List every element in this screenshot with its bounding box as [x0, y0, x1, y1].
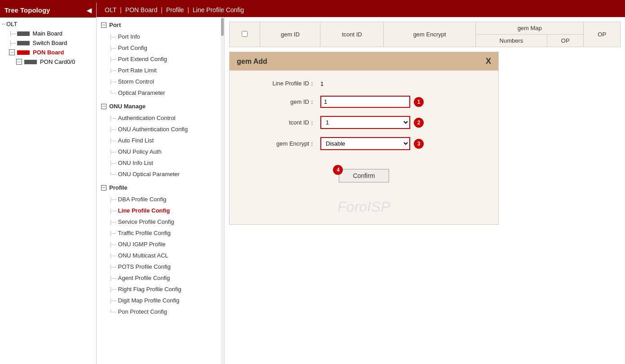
board-icon-pon-card: [24, 60, 37, 64]
tree-label-switch-board: Switch Board: [33, 40, 67, 46]
tree-label-main-board: Main Board: [33, 30, 62, 37]
form-row-gem-encrypt: gem Encrypt： Disable Enable 3: [243, 137, 485, 150]
nav-item-port-rate-limit[interactable]: ├─ Port Rate Limit: [97, 65, 224, 76]
confirm-button[interactable]: 4 Confirm: [339, 169, 389, 182]
nav-item-onu-policy-auth[interactable]: ├─ ONU Policy Auth: [97, 146, 224, 157]
nav-item-port-config[interactable]: ├─ Port Config: [97, 42, 224, 53]
data-table: gem ID tcont ID gem Encrypt gem Map OP N…: [229, 22, 621, 47]
table-header-checkbox: [230, 22, 260, 47]
modal-header: gem Add X: [230, 52, 498, 71]
modal-overlay: gem Add X Line Profile ID： 1 gem ID: [229, 52, 621, 225]
nav-item-line-profile[interactable]: ├─ Line Profile Config: [97, 205, 224, 216]
indent-line: ├─: [109, 34, 116, 40]
nav-item-traffic-profile[interactable]: ├─ Traffic Profile Config: [97, 227, 224, 239]
table-header-gem-id: gem ID: [260, 22, 320, 47]
indent-line: ├─: [109, 219, 116, 225]
tree-line-2: ├─: [9, 40, 16, 46]
indent-line: ├─: [109, 160, 116, 166]
indent-line: └─: [109, 172, 116, 177]
nav-section-onu-manage: ─ ONU Manage ├─ Authentication Control ├…: [97, 100, 224, 180]
sidebar-collapse-icon[interactable]: ◀: [87, 7, 92, 14]
main-layout: Tree Topology ◀ ─ OLT ├─ Main Board ├─ S…: [0, 3, 625, 364]
indent-line: └─: [109, 90, 116, 96]
nav-item-auth-control[interactable]: ├─ Authentication Control: [97, 112, 224, 124]
select-all-checkbox[interactable]: [242, 31, 248, 37]
select-tcont-id[interactable]: 1 2 3 4: [320, 116, 410, 129]
step-badge-2: 2: [414, 118, 424, 128]
nav-item-port-extend-config[interactable]: ├─ Port Extend Config: [97, 53, 224, 65]
select-gem-encrypt[interactable]: Disable Enable: [320, 137, 410, 150]
indent-line: ├─: [109, 149, 116, 155]
nav-item-optical-parameter[interactable]: └─ Optical Parameter: [97, 87, 224, 98]
nav-item-port-info[interactable]: ├─ Port Info: [97, 31, 224, 42]
tree-item-main-board[interactable]: ├─ Main Board: [0, 29, 96, 38]
nav-item-digit-map-profile[interactable]: ├─ Digit Map Profile Config: [97, 295, 224, 306]
form-control-gem-encrypt: Disable Enable: [320, 137, 410, 150]
nav-item-dba-profile[interactable]: ├─ DBA Profile Config: [97, 194, 224, 205]
nav-item-onu-igmp-profile[interactable]: ├─ ONU IGMP Profile: [97, 239, 224, 250]
nav-item-service-profile[interactable]: ├─ Service Profile Config: [97, 216, 224, 227]
nav-item-right-flag-profile[interactable]: ├─ Right Flag Profile Config: [97, 284, 224, 295]
nav-item-onu-info-list[interactable]: ├─ ONU Info List: [97, 157, 224, 169]
breadcrumb-profile: Profile: [166, 6, 184, 13]
tree-item-olt[interactable]: ─ OLT: [0, 19, 96, 29]
tree-label-olt: OLT: [6, 21, 17, 27]
nav-scroll-thumb[interactable]: [221, 18, 224, 36]
input-gem-id[interactable]: [320, 96, 410, 108]
label-tcont-id: tcont ID：: [243, 119, 315, 127]
form-row-tcont-id: tcont ID： 1 2 3 4 2: [243, 116, 485, 129]
nav-item-auto-find-list[interactable]: ├─ Auto Find List: [97, 135, 224, 146]
indent-line: ├─: [109, 242, 116, 247]
nav-panel: ─ Port ├─ Port Info ├─ Port Config ├─ Po…: [97, 17, 225, 364]
nav-section-label-port: Port: [109, 22, 121, 28]
nav-section-header-profile[interactable]: ─ Profile: [97, 182, 224, 194]
nav-scrollbar[interactable]: [221, 17, 224, 364]
breadcrumb-sep-3: |: [186, 6, 191, 13]
breadcrumb-pon-board: PON Board: [125, 6, 158, 13]
indent-line: ├─: [109, 57, 116, 62]
label-gem-encrypt: gem Encrypt：: [243, 140, 315, 148]
nav-section-label-onu-manage: ONU Manage: [109, 103, 146, 110]
modal-close-button[interactable]: X: [486, 57, 491, 66]
form-control-gem-id: [320, 96, 410, 108]
tree-expand-pon: ─: [9, 49, 15, 55]
main-content: gem ID tcont ID gem Encrypt gem Map OP N…: [225, 17, 625, 364]
nav-item-pon-protect-config[interactable]: └─ Pon Protect Config: [97, 306, 224, 317]
nav-section-header-port[interactable]: ─ Port: [97, 19, 224, 31]
modal-wrap: 4 Confirm: [339, 169, 389, 182]
label-gem-id: gem ID：: [243, 98, 315, 106]
nav-section-port: ─ Port ├─ Port Info ├─ Port Config ├─ Po…: [97, 19, 224, 98]
nav-item-storm-control[interactable]: ├─ Storm Control: [97, 76, 224, 87]
form-row-gem-id: gem ID： 1: [243, 96, 485, 108]
tree-label-pon-board: PON Board: [33, 49, 64, 56]
tree-item-pon-board[interactable]: ─ PON Board: [0, 48, 96, 57]
indent-line: ├─: [109, 68, 116, 73]
nav-item-onu-optical-param[interactable]: └─ ONU Optical Parameter: [97, 169, 224, 180]
modal-box: gem Add X Line Profile ID： 1 gem ID: [229, 52, 499, 225]
confirm-step-badge: 4: [333, 165, 343, 175]
table-header-tcont-id: tcont ID: [320, 22, 384, 47]
indent-line: ├─: [109, 298, 116, 303]
indent-line: ├─: [109, 127, 116, 132]
modal-footer: 4 Confirm: [230, 169, 498, 190]
content-area: OLT | PON Board | Profile | Line Profile…: [97, 3, 625, 364]
board-icon-switch: [17, 41, 30, 45]
table-header-op-sub: OP: [547, 35, 584, 47]
breadcrumb-sep-2: |: [159, 6, 164, 13]
modal-body: Line Profile ID： 1 gem ID： 1: [230, 71, 498, 169]
nav-item-onu-multicast-acl[interactable]: ├─ ONU Multicast ACL: [97, 250, 224, 261]
nav-item-onu-auth-config[interactable]: ├─ ONU Authentication Config: [97, 124, 224, 135]
expand-icon-port: ─: [101, 22, 106, 28]
indent-line: ├─: [109, 287, 116, 292]
tree-item-switch-board[interactable]: ├─ Switch Board: [0, 38, 96, 48]
tree-label-pon-card: PON Card0/0: [40, 58, 75, 65]
form-control-tcont-id: 1 2 3 4: [320, 116, 410, 129]
tree-item-pon-card[interactable]: ─ PON Card0/0: [0, 57, 96, 67]
nav-item-agent-profile[interactable]: ├─ Agent Profile Config: [97, 272, 224, 284]
nav-item-pots-profile[interactable]: ├─ POTS Profile Config: [97, 261, 224, 272]
nav-section-label-profile: Profile: [109, 184, 127, 191]
indent-line: ├─: [109, 208, 116, 213]
modal-title: gem Add: [237, 58, 267, 66]
indent-line: └─: [109, 309, 116, 315]
nav-section-header-onu-manage[interactable]: ─ ONU Manage: [97, 100, 224, 112]
